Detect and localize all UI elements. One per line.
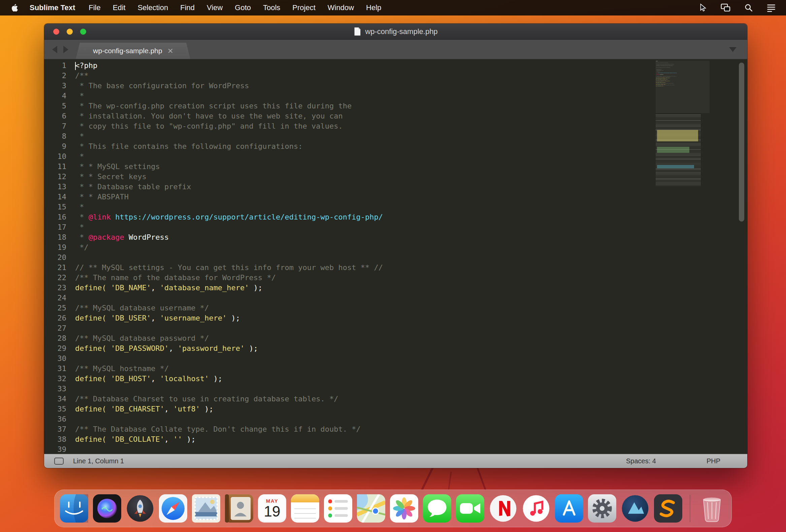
code-line[interactable]: * @link https://wordpress.org/support/ar… — [75, 212, 747, 222]
code-line[interactable]: /** — [75, 71, 747, 81]
code-line[interactable] — [75, 293, 747, 303]
code-line[interactable]: * This file contains the following confi… — [75, 141, 747, 152]
code-line[interactable]: /** MySQL hostname */ — [75, 364, 747, 374]
code-line[interactable]: * * MySQL settings — [75, 162, 747, 172]
code-line[interactable]: * The wp-config.php creation script uses… — [75, 101, 747, 111]
dock-blue-app-icon[interactable] — [621, 494, 649, 523]
code-line[interactable]: /** The name of the database for WordPre… — [75, 273, 747, 283]
code-line[interactable]: define( 'DB_HOST', 'localhost' ); — [75, 374, 747, 384]
dock-finder-icon[interactable] — [60, 494, 88, 523]
code-line[interactable] — [75, 323, 747, 333]
menu-selection[interactable]: Selection — [138, 3, 168, 12]
line-number: 32 — [44, 374, 66, 384]
dock-photos-icon[interactable] — [390, 494, 418, 523]
menubar-app-name[interactable]: Sublime Text — [30, 3, 75, 12]
tab-prev-button[interactable] — [52, 46, 57, 53]
code-line[interactable] — [75, 414, 747, 424]
code-line[interactable]: */ — [75, 242, 747, 253]
code-line[interactable]: * * Database table prefix — [75, 182, 747, 192]
code-line[interactable] — [75, 253, 747, 263]
apple-menu-icon[interactable] — [10, 3, 18, 13]
dock-netflix-icon[interactable] — [489, 494, 517, 523]
menu-file[interactable]: File — [89, 3, 100, 12]
minimap[interactable]: <?php/** * The base configuration for Wo… — [656, 61, 710, 189]
code-line[interactable]: /** MySQL database username */ — [75, 303, 747, 313]
dock-mail-icon[interactable] — [192, 494, 220, 523]
code-line[interactable]: * copy this file to "wp-config.php" and … — [75, 121, 747, 131]
menu-view[interactable]: View — [207, 3, 223, 12]
code-line[interactable]: * * ABSPATH — [75, 192, 747, 202]
tab-overflow-icon[interactable] — [729, 47, 737, 52]
code-line[interactable] — [75, 353, 747, 364]
window-titlebar[interactable]: wp-config-sample.php — [44, 24, 747, 40]
dock-contacts-icon[interactable] — [225, 494, 253, 523]
code-line[interactable]: define( 'DB_COLLATE', '' ); — [75, 434, 747, 444]
dock-system-preferences-icon[interactable] — [588, 494, 616, 523]
status-syntax[interactable]: PHP — [707, 457, 720, 465]
tab-wp-config-sample[interactable]: wp-config-sample.php — [76, 43, 190, 59]
code-editor[interactable]: 1234567891011121314151617181920212223242… — [44, 59, 747, 454]
window-title: wp-config-sample.php — [365, 27, 437, 36]
vertical-scrollbar[interactable] — [739, 63, 744, 222]
minimap-extra-content — [656, 114, 701, 186]
code-line[interactable]: define( 'DB_PASSWORD', 'password_here' )… — [75, 343, 747, 353]
dock-calendar-icon[interactable]: MAY 19 — [258, 494, 286, 523]
window-title-group: wp-config-sample.php — [354, 27, 437, 36]
dock-launchpad-icon[interactable] — [126, 494, 154, 523]
code-line[interactable]: /** MySQL database password */ — [75, 333, 747, 343]
code-line[interactable]: * installation. You don't have to use th… — [75, 111, 747, 121]
spotlight-search-icon[interactable] — [744, 3, 753, 12]
dock-sublime-text-icon[interactable] — [654, 494, 682, 523]
pointer-icon[interactable] — [698, 3, 707, 12]
status-indent[interactable]: Spaces: 4 — [626, 457, 656, 465]
zoom-button[interactable] — [80, 29, 86, 35]
line-number: 29 — [44, 343, 66, 353]
line-number: 24 — [44, 293, 66, 303]
displays-icon[interactable] — [721, 3, 731, 12]
code-line[interactable]: * — [75, 91, 747, 101]
line-number: 1 — [44, 61, 66, 71]
code-line[interactable] — [75, 384, 747, 394]
panel-toggle-icon[interactable] — [54, 458, 64, 465]
menu-tools[interactable]: Tools — [263, 3, 280, 12]
dock-app-store-icon[interactable] — [555, 494, 583, 523]
dock-reminders-icon[interactable] — [324, 494, 352, 523]
code-line[interactable]: // ** MySQL settings - You can get this … — [75, 263, 747, 273]
code-line[interactable]: * The base configuration for WordPress — [75, 81, 747, 91]
dock-messages-icon[interactable] — [423, 494, 451, 523]
dock-safari-icon[interactable] — [159, 494, 187, 523]
minimize-button[interactable] — [67, 29, 73, 35]
code-line[interactable]: <?php — [75, 61, 747, 71]
code-line[interactable]: * — [75, 222, 747, 232]
code-line[interactable]: /** Database Charset to use in creating … — [75, 394, 747, 404]
code-line[interactable] — [75, 444, 747, 454]
code-line[interactable]: /** The Database Collate type. Don't cha… — [75, 424, 747, 434]
code-line[interactable]: * * Secret keys — [75, 172, 747, 182]
minimap-viewport — [656, 61, 710, 113]
code-line[interactable]: * — [75, 152, 747, 162]
dock-maps-icon[interactable] — [357, 494, 385, 523]
code-line[interactable]: define( 'DB_USER', 'username_here' ); — [75, 313, 747, 323]
dock-trash-icon[interactable] — [698, 494, 726, 523]
close-button[interactable] — [53, 29, 59, 35]
dock-facetime-icon[interactable] — [456, 494, 484, 523]
dock-siri-icon[interactable] — [93, 494, 121, 523]
code-line[interactable]: * @package WordPress — [75, 232, 747, 242]
notification-list-icon[interactable] — [766, 3, 776, 12]
menu-find[interactable]: Find — [180, 3, 195, 12]
code-line[interactable]: * — [75, 202, 747, 212]
code-line[interactable]: define( 'DB_NAME', 'database_name_here' … — [75, 283, 747, 293]
tab-close-icon[interactable] — [168, 48, 173, 53]
code-line[interactable]: * — [75, 131, 747, 141]
menu-edit[interactable]: Edit — [113, 3, 125, 12]
dock-notes-icon[interactable] — [291, 494, 319, 523]
dock-music-icon[interactable] — [522, 494, 550, 523]
menu-window[interactable]: Window — [328, 3, 354, 12]
code-line[interactable]: define( 'DB_CHARSET', 'utf8' ); — [75, 404, 747, 414]
menu-help[interactable]: Help — [366, 3, 381, 12]
tab-next-button[interactable] — [63, 46, 68, 53]
line-number: 36 — [44, 414, 66, 424]
menu-goto[interactable]: Goto — [235, 3, 251, 12]
menu-project[interactable]: Project — [292, 3, 315, 12]
line-number: 22 — [44, 273, 66, 283]
